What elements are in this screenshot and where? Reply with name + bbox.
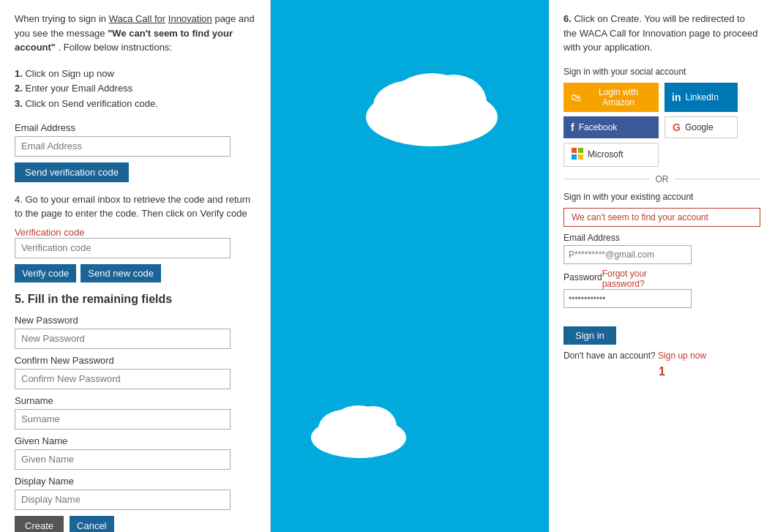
new-password-label: New Password <box>15 315 255 326</box>
confirm-new-password-label: Confirm New Password <box>15 355 255 366</box>
sign-up-now-link[interactable]: Sign up now <box>658 351 706 361</box>
google-icon: G <box>673 121 681 133</box>
social-section-label: Sign in with your social account <box>564 67 760 77</box>
send-verification-button[interactable]: Send verification code <box>15 162 129 182</box>
middle-panel <box>271 0 549 532</box>
svg-rect-11 <box>578 154 583 160</box>
waca-underline: Waca Call for <box>109 13 166 24</box>
svg-rect-8 <box>572 148 577 153</box>
svg-rect-10 <box>572 154 577 160</box>
email-address-label: Email Address <box>15 122 255 133</box>
verification-code-label: Verification code <box>15 227 84 238</box>
intro-paragraph: When trying to sign in Waca Call for Inn… <box>15 12 255 55</box>
display-name-input[interactable] <box>15 490 231 510</box>
step-3: 3. Click on Send verification code. <box>15 97 255 112</box>
cloud-small-icon <box>307 394 410 460</box>
linkedin-icon: in <box>672 91 681 103</box>
right-panel: 6. Click on Create. You will be redirect… <box>549 0 775 532</box>
create-button[interactable]: Create <box>15 516 64 532</box>
social-row-1: 🛍 Login with Amazon in LinkedIn <box>564 83 760 112</box>
step6-paragraph: 6. Click on Create. You will be redirect… <box>564 12 760 55</box>
create-cancel-row: Create Cancel <box>15 516 255 532</box>
svg-point-3 <box>392 73 472 124</box>
display-name-label: Display Name <box>15 476 255 487</box>
verify-row: Verify code Send new code <box>15 264 255 282</box>
error-message-bold: "We can't seem to find your account" <box>15 28 233 53</box>
signin-password-label: Password <box>564 272 602 282</box>
microsoft-icon <box>572 148 583 162</box>
sign-in-button[interactable]: Sign in <box>564 326 616 345</box>
social-row-2: f Facebook G Google <box>564 116 760 138</box>
google-login-button[interactable]: G Google <box>664 116 738 138</box>
step5-title: 5. Fill in the remaining fields <box>15 293 255 306</box>
social-row-3: Microsoft <box>564 143 760 167</box>
left-panel: When trying to sign in Waca Call for Inn… <box>0 0 271 532</box>
blue-banner-image <box>271 0 549 532</box>
social-buttons-section: 🛍 Login with Amazon in LinkedIn f Facebo… <box>564 83 760 167</box>
surname-label: Surname <box>15 395 255 406</box>
annotation-1: 1 <box>564 365 760 378</box>
step4-text: 4. Go to your email inbox to retrieve th… <box>15 192 255 221</box>
signup-prompt: Don't have an account? Sign up now <box>564 351 760 361</box>
facebook-icon: f <box>571 121 574 133</box>
right-inner: 6. Click on Create. You will be redirect… <box>564 12 760 378</box>
confirm-new-password-input[interactable] <box>15 369 231 389</box>
forgot-password-link[interactable]: Forgot your password? <box>602 269 692 289</box>
cloud-large-icon <box>359 59 505 146</box>
cancel-button[interactable]: Cancel <box>70 516 113 532</box>
linkedin-login-button[interactable]: in LinkedIn <box>664 83 738 112</box>
microsoft-login-button[interactable]: Microsoft <box>564 143 659 167</box>
error-banner: We can't seem to find your account <box>564 208 760 227</box>
svg-point-7 <box>331 405 386 443</box>
given-name-label: Given Name <box>15 435 255 446</box>
verify-code-button[interactable]: Verify code <box>15 264 76 282</box>
password-row: Password Forgot your password? <box>564 269 692 289</box>
existing-account-label: Sign in with your existing account <box>564 192 760 202</box>
step-1: 1. Click on Sign up now <box>15 67 255 82</box>
facebook-login-button[interactable]: f Facebook <box>564 116 659 138</box>
new-password-input[interactable] <box>15 329 231 349</box>
signin-email-input[interactable] <box>564 245 692 264</box>
svg-rect-9 <box>578 148 583 153</box>
or-divider: OR <box>564 174 760 184</box>
amazon-icon: 🛍 <box>571 91 581 103</box>
steps-list: 1. Click on Sign up now 2. Enter your Em… <box>15 67 255 112</box>
step6-description: Click on Create. You will be redirected … <box>564 13 757 53</box>
given-name-input[interactable] <box>15 449 231 470</box>
send-new-code-button[interactable]: Send new code <box>81 264 161 282</box>
signin-password-input[interactable] <box>564 289 692 308</box>
waca-underline2: Innovation <box>168 13 212 24</box>
amazon-login-button[interactable]: 🛍 Login with Amazon <box>564 83 659 112</box>
or-text: OR <box>650 174 675 184</box>
surname-input[interactable] <box>15 409 231 430</box>
signin-email-label: Email Address <box>564 233 760 243</box>
step-2: 2. Enter your Email Address <box>15 81 255 97</box>
step6-number: 6. <box>564 13 572 24</box>
email-address-input[interactable] <box>15 136 231 157</box>
verification-code-input[interactable] <box>15 238 231 258</box>
